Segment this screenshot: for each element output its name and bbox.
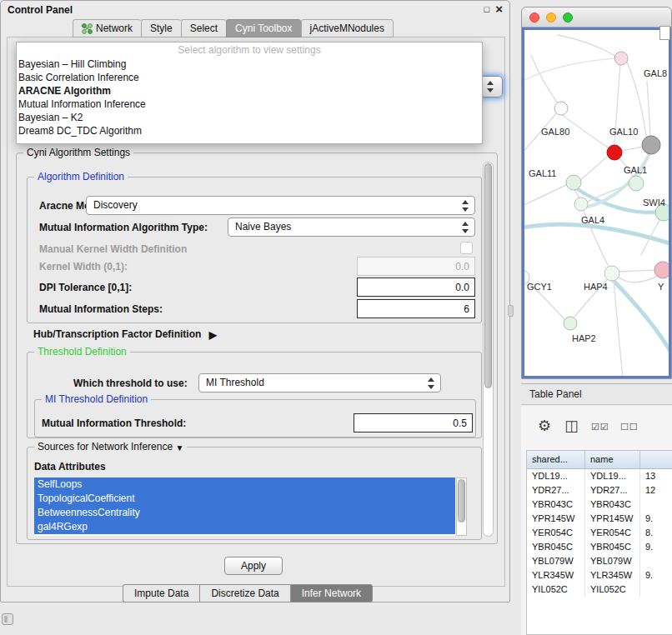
network-node[interactable]	[607, 145, 622, 160]
tab-network[interactable]: Network	[73, 19, 141, 38]
dpi-tolerance-field[interactable]	[357, 278, 475, 297]
tab-cyni-toolbox[interactable]: Cyni Toolbox	[226, 19, 300, 38]
network-node[interactable]	[554, 102, 568, 115]
dropdown-placeholder: Select algorithm to view settings	[17, 42, 482, 58]
network-edge	[619, 270, 654, 272]
network-node[interactable]	[566, 175, 581, 190]
tab-label: Select	[190, 22, 218, 34]
table-column-header[interactable]	[640, 451, 672, 468]
which-threshold-select[interactable]: MI Threshold	[198, 373, 441, 392]
node-label: HAP2	[572, 333, 596, 343]
window-controls: □ ×	[484, 2, 503, 16]
close-traffic-light[interactable]	[529, 12, 539, 22]
deselect-all-checks-icon[interactable]: ☐☐	[620, 422, 639, 432]
network-icon	[82, 23, 93, 34]
node-table: shared...name YDL19...YDL19...13YDR27...…	[526, 450, 672, 635]
table-cell: YBL079W	[585, 554, 640, 568]
node-label: GAL80	[541, 127, 569, 137]
zoom-traffic-light[interactable]	[563, 12, 573, 22]
dropdown-option[interactable]: Bayesian – K2	[17, 111, 482, 124]
cyni-algorithm-settings-group: Cyni Algorithm Settings Algorithm Defini…	[16, 152, 498, 544]
network-canvas[interactable]: GAL8GAL80GAL10GAL11GAL1SWI4GAL4GCY1HAP4Y…	[522, 28, 671, 378]
close-window-icon[interactable]: ×	[495, 2, 503, 16]
dropdown-option[interactable]: ARACNE Algorithm	[17, 84, 482, 98]
tab-jactivemnodules[interactable]: jActiveMNodules	[301, 19, 394, 38]
table-cell: YLR345W	[585, 568, 640, 582]
hub-transcription-factor-toggle[interactable]: Hub/Transcription Factor Definition ▶	[33, 328, 217, 341]
table-row[interactable]: YIL052CYIL052C	[527, 582, 672, 597]
mi-threshold-field[interactable]	[354, 413, 473, 432]
columns-icon[interactable]: ◫	[564, 417, 579, 435]
minimize-traffic-light[interactable]	[546, 12, 556, 22]
network-window-titlebar[interactable]	[522, 8, 671, 28]
attribute-list-item[interactable]: SelfLoops	[34, 478, 455, 492]
table-row[interactable]: YBR045CYBR045C9.	[527, 540, 672, 554]
select-all-checks-icon[interactable]: ☑☑	[591, 422, 609, 432]
dropdown-option[interactable]: Mutual Information Inference	[17, 98, 482, 111]
table-row[interactable]: YDL19...YDL19...13	[527, 469, 672, 483]
table-cell: YBR045C	[585, 540, 640, 554]
dropdown-option[interactable]: Dream8 DC_TDC Algorithm	[17, 124, 482, 138]
node-label: SWI4	[643, 198, 665, 208]
network-node[interactable]	[654, 262, 670, 278]
network-view-window: GAL8GAL80GAL10GAL11GAL1SWI4GAL4GCY1HAP4Y…	[521, 7, 672, 379]
tab-label: Cyni Toolbox	[235, 22, 292, 34]
attribute-list-item[interactable]: BetweennessCentrality	[34, 506, 455, 520]
apply-button[interactable]: Apply	[224, 557, 283, 575]
network-node[interactable]	[604, 266, 619, 281]
network-node[interactable]	[564, 317, 577, 330]
table-row[interactable]: YBR043CYBR043C	[527, 498, 672, 512]
combo-arrows-icon	[487, 81, 494, 92]
table-cell	[640, 498, 672, 512]
restore-panel-icon[interactable]	[2, 613, 13, 625]
aracne-mode-select[interactable]: Discovery	[86, 196, 475, 215]
float-window-icon[interactable]: □	[484, 2, 490, 16]
table-column-header[interactable]: shared...	[527, 451, 585, 468]
table-column-header[interactable]: name	[585, 451, 640, 468]
scrollbar-thumb[interactable]	[458, 479, 465, 522]
settings-scrollbar[interactable]	[483, 162, 494, 537]
table-cell: YDR27...	[585, 483, 640, 498]
tab-discretize-data[interactable]: Discretize Data	[199, 584, 289, 602]
splitter-handle[interactable]	[508, 305, 514, 317]
table-cell: 13	[640, 469, 672, 483]
attribute-list-item[interactable]: TopologicalCoefficient	[34, 492, 455, 506]
sources-group-toggle[interactable]: Sources for Network Inference ▼	[34, 441, 187, 452]
network-edge	[524, 185, 566, 207]
dropdown-option[interactable]: Bayesian – Hill Climbing	[17, 58, 482, 71]
tab-select[interactable]: Select	[181, 19, 226, 38]
network-node[interactable]	[614, 52, 628, 65]
tab-infer-network[interactable]: Infer Network	[290, 584, 373, 602]
scrollbar-button[interactable]	[659, 26, 670, 40]
attributes-scrollbar[interactable]	[456, 478, 467, 536]
dropdown-option-list: Bayesian – Hill ClimbingBasic Correlatio…	[17, 58, 482, 138]
network-node[interactable]	[574, 198, 588, 211]
gear-icon[interactable]: ⚙	[538, 417, 551, 435]
attribute-list-item[interactable]: gal4RGexp	[34, 520, 455, 534]
table-row[interactable]: YDR27...YDR27...12	[527, 483, 672, 498]
mi-steps-field[interactable]	[357, 299, 475, 318]
combo-arrows-icon	[428, 378, 435, 389]
node-label: HAP4	[584, 282, 608, 292]
network-edge	[558, 35, 615, 56]
manual-kernel-width-checkbox[interactable]	[460, 242, 473, 254]
scrollbar-thumb[interactable]	[484, 163, 492, 388]
algorithm-select-button[interactable]	[479, 76, 503, 98]
dropdown-option[interactable]: Basic Correlation Inference	[17, 71, 482, 84]
algorithm-definition-group: Algorithm Definition Aracne Mode: Discov…	[27, 177, 482, 323]
table-row[interactable]: YER054CYER054C8.	[527, 526, 672, 540]
table-row[interactable]: YPR145WYPR145W9.	[527, 512, 672, 526]
kernel-width-field[interactable]	[357, 257, 475, 276]
table-row[interactable]: YBL079WYBL079W	[527, 554, 672, 568]
data-attributes-list: SelfLoopsTopologicalCoefficientBetweenne…	[34, 478, 467, 536]
network-node[interactable]	[629, 176, 644, 191]
mi-algorithm-type-select[interactable]: Naive Bayes	[228, 218, 475, 237]
table-cell: 8.	[640, 526, 672, 540]
node-label: GAL8	[644, 68, 667, 78]
table-row[interactable]: YLR345WYLR345W9.	[527, 568, 672, 582]
network-edge	[613, 280, 670, 359]
tab-impute-data[interactable]: Impute Data	[123, 584, 199, 602]
tab-style[interactable]: Style	[141, 19, 181, 38]
table-cell: 12	[640, 483, 672, 498]
network-node[interactable]	[642, 136, 660, 154]
